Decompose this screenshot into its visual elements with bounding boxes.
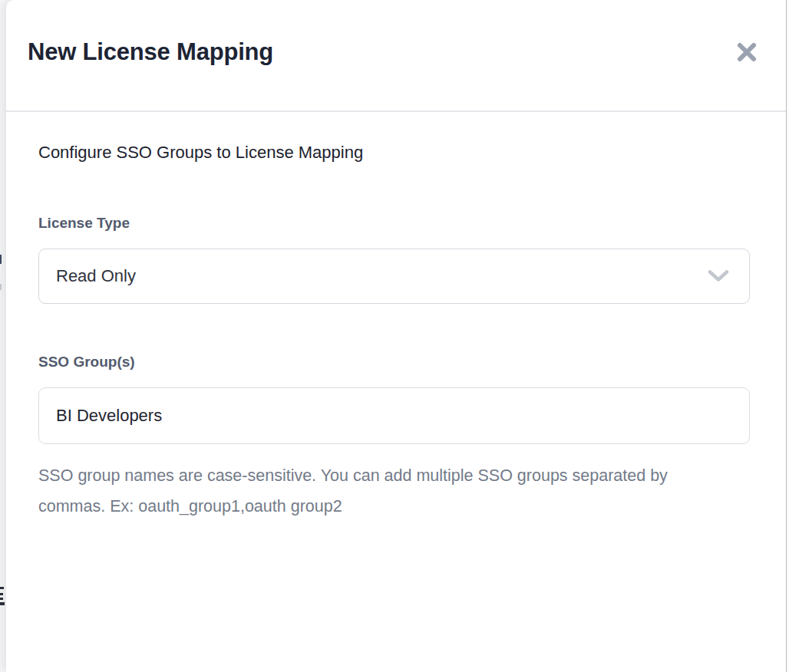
close-button[interactable]: [732, 38, 761, 67]
modal-body: Configure SSO Groups to License Mapping …: [38, 114, 750, 672]
close-icon: [735, 41, 758, 64]
new-license-mapping-modal: New License Mapping Configure SSO Groups…: [6, 0, 786, 672]
license-type-select[interactable]: Read Only: [38, 249, 750, 304]
scrollbar[interactable]: [786, 0, 789, 672]
background-content-fragment: [0, 255, 2, 264]
sso-groups-input[interactable]: [38, 387, 750, 444]
background-content-fragment: [0, 593, 3, 595]
background-content-fragment: [0, 284, 2, 290]
sso-groups-help-text: SSO group names are case-sensitive. You …: [38, 460, 687, 522]
underlying-page-sliver: [0, 0, 6, 672]
sso-groups-label: SSO Group(s): [38, 353, 750, 371]
modal-title: New License Mapping: [28, 38, 273, 66]
chevron-down-icon: [708, 270, 729, 283]
background-content-fragment: [0, 602, 5, 605]
license-type-selected-value: Read Only: [39, 266, 136, 286]
background-content-fragment: [0, 598, 3, 600]
modal-header: New License Mapping: [6, 0, 786, 112]
page-background: New License Mapping Configure SSO Groups…: [0, 0, 789, 672]
background-content-fragment: [0, 587, 4, 589]
license-type-label: License Type: [38, 214, 750, 232]
section-heading: Configure SSO Groups to License Mapping: [38, 142, 750, 163]
